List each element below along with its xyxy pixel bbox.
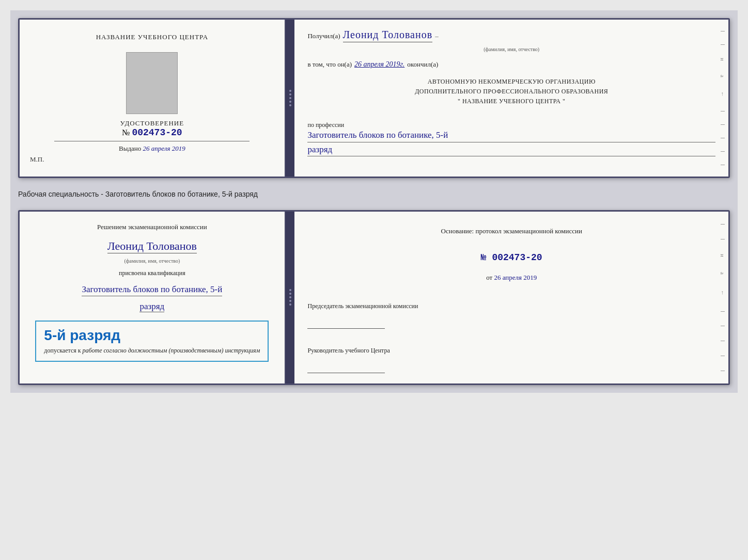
mp-label: М.П. [30, 155, 44, 164]
side-line-b5 [721, 341, 725, 341]
cert-number-line: № 002473-20 [120, 127, 184, 138]
side-line-b2 [721, 239, 725, 239]
chairman-block: Председатель экзаменационной комиссии [307, 301, 715, 331]
cert-number-prefix: № [122, 128, 130, 137]
spine-dot-4 [289, 101, 291, 103]
chairman-label: Председатель экзаменационной комиссии [307, 301, 715, 311]
allowed-label: допускается к [44, 347, 81, 354]
side-line-5 [721, 138, 725, 138]
profession-label: по профессии [307, 121, 715, 129]
in-that-label: в том, что он(а) [307, 60, 352, 69]
basis-title: Основание: протокол экзаменационной коми… [307, 226, 715, 236]
org-line1: АВТОНОМНУЮ НЕКОММЕРЧЕСКУЮ ОРГАНИЗАЦИЮ [307, 77, 715, 87]
assigned-qual-label: присвоена квалификация [119, 269, 185, 277]
side-line-2 [721, 44, 725, 45]
bottom-doc-right: Основание: протокол экзаменационной коми… [294, 212, 728, 383]
bottom-document: Решением экзаменационной комиссии Леонид… [18, 210, 730, 385]
school-title-top: НАЗВАНИЕ УЧЕБНОГО ЦЕНТРА [96, 33, 208, 42]
director-block: Руководитель учебного Центра [307, 335, 715, 376]
side-text: и [720, 58, 726, 62]
side-lines-bottom: и а ← [720, 217, 726, 378]
photo-placeholder [126, 52, 178, 114]
chairman-signature-line [307, 318, 385, 329]
profession-section: по профессии Заготовитель блоков по бота… [307, 118, 715, 157]
spine-dot-2 [289, 93, 291, 95]
side-line-b1 [721, 224, 725, 225]
side-line-b6 [721, 356, 725, 356]
side-line-4 [721, 124, 725, 125]
side-line-3 [721, 111, 725, 111]
recipient-name: Леонид Толованов [343, 29, 433, 42]
side-text-b3: ← [720, 290, 726, 297]
dash: – [435, 32, 439, 40]
page-wrapper: НАЗВАНИЕ УЧЕБНОГО ЦЕНТРА УДОСТОВЕРЕНИЕ №… [10, 10, 738, 393]
side-line-b7 [721, 371, 725, 371]
top-doc-right: Получил(а) Леонид Толованов – (фамилия, … [294, 20, 728, 177]
cert-title-block: УДОСТОВЕРЕНИЕ № 002473-20 [120, 119, 184, 138]
director-label: Руководитель учебного Центра [307, 346, 715, 355]
side-text-3: ← [720, 91, 726, 98]
spine-dot-1 [289, 90, 291, 92]
divider-line [54, 141, 250, 141]
name-hint: (фамилия, имя, отчество) [307, 46, 715, 52]
spine-top [286, 20, 295, 177]
org-line3: " НАЗВАНИЕ УЧЕБНОГО ЦЕНТРА " [307, 97, 715, 106]
spine-dot-b1 [289, 289, 291, 291]
org-line2: ДОПОЛНИТЕЛЬНОГО ПРОФЕССИОНАЛЬНОГО ОБРАЗО… [307, 87, 715, 97]
commission-person-name: Леонид Толованов [107, 239, 197, 253]
side-line-b3 [721, 311, 725, 312]
director-signature-line [307, 363, 385, 373]
side-line-7 [721, 165, 725, 165]
profession-name: Заготовитель блоков по ботанике, 5-й [307, 129, 715, 143]
rank-bottom: разряд [139, 301, 164, 312]
name-hint-line: (фамилия, имя, отчество) [307, 46, 715, 52]
allowed-text: допускается к работе согласно должностны… [44, 347, 260, 355]
commission-title: Решением экзаменационной комиссии [97, 222, 207, 232]
spine-bottom [286, 212, 295, 383]
date-from-line: от 26 апреля 2019 [307, 274, 715, 282]
issued-label: Выдано [119, 145, 141, 152]
cert-label: УДОСТОВЕРЕНИЕ [120, 119, 184, 127]
received-label: Получил(а) [307, 32, 340, 40]
spine-dot-3 [289, 97, 291, 99]
top-doc-left: НАЗВАНИЕ УЧЕБНОГО ЦЕНТРА УДОСТОВЕРЕНИЕ №… [20, 20, 286, 177]
qualification-name: Заготовитель блоков по ботанике, 5-й [82, 283, 222, 297]
org-block: АВТОНОМНУЮ НЕКОММЕРЧЕСКУЮ ОРГАНИЗАЦИЮ ДО… [307, 77, 715, 107]
allowed-italic: работе согласно должностным (производств… [83, 347, 260, 354]
side-text-2: а [720, 75, 726, 78]
recipient-line: Получил(а) Леонид Толованов – [307, 29, 715, 42]
side-lines-top: и а ← [720, 25, 726, 171]
specialty-label: Рабочая специальность - Заготовитель бло… [18, 187, 730, 201]
date-confirmed-line: в том, что он(а) 26 апреля 2019г. окончи… [307, 60, 715, 69]
completed-label: окончил(а) [407, 60, 438, 69]
spine-dot-b4 [289, 300, 291, 302]
issued-line: Выдано 26 апреля 2019 [119, 145, 185, 153]
spine-dot-b5 [289, 303, 291, 306]
cert-number: 002473-20 [132, 127, 182, 138]
date-from-prefix: от [486, 274, 492, 281]
side-line-b4 [721, 326, 725, 326]
spine-dot-b3 [289, 296, 291, 298]
side-line-6 [721, 151, 725, 152]
rank-big-text: 5-й разряд [44, 328, 120, 344]
completed-date: 26 апреля 2019г. [354, 60, 404, 69]
spine-dot-5 [289, 104, 291, 106]
rank-box: 5-й разряд допускается к работе согласно… [35, 321, 269, 362]
side-text-b: и [720, 254, 726, 258]
side-line-1 [721, 31, 725, 31]
spine-dot-b2 [289, 293, 291, 295]
bottom-doc-left: Решением экзаменационной комиссии Леонид… [20, 212, 286, 383]
top-document: НАЗВАНИЕ УЧЕБНОГО ЦЕНТРА УДОСТОВЕРЕНИЕ №… [18, 18, 730, 178]
commission-name-hint: (фамилия, имя, отчество) [124, 258, 180, 264]
date-from-value: 26 апреля 2019 [494, 274, 537, 281]
commission-intro: Решением экзаменационной комиссии [97, 223, 207, 231]
rank-top: разряд [307, 145, 715, 156]
side-text-b2: а [720, 272, 726, 276]
issued-date: 26 апреля 2019 [143, 145, 185, 152]
protocol-number: № 002473-20 [307, 252, 715, 263]
